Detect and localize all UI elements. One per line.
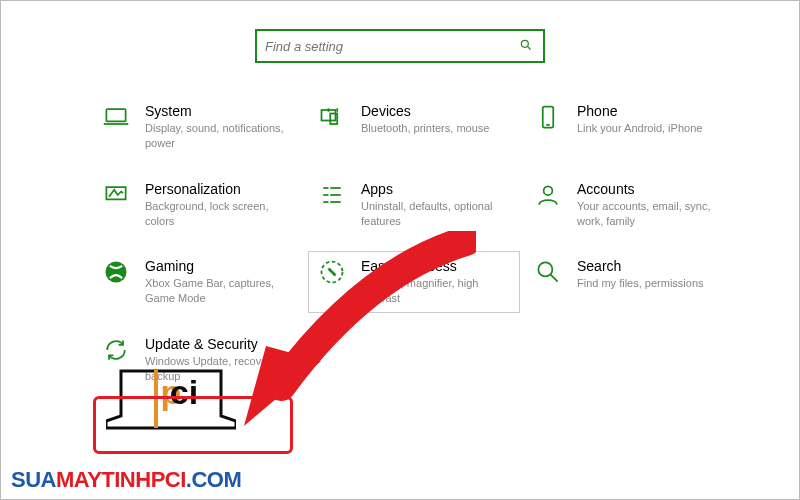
svg-line-1 (528, 46, 531, 49)
tile-ease-of-access[interactable]: Ease of AccessNarrator, magnifier, high … (308, 251, 520, 313)
paintbrush-icon (101, 181, 131, 211)
svg-rect-2 (106, 109, 125, 121)
tile-title: Accounts (577, 181, 727, 197)
tile-sub: Narrator, magnifier, high contrast (361, 276, 511, 306)
tile-sub: Windows Update, recovery, backup (145, 354, 295, 384)
tile-sub: Background, lock screen, colors (145, 199, 295, 229)
search-input[interactable] (265, 39, 519, 54)
tile-sub: Uninstall, defaults, optional features (361, 199, 511, 229)
apps-icon (317, 181, 347, 211)
tile-search[interactable]: SearchFind my files, permissions (533, 258, 729, 306)
tile-title: Gaming (145, 258, 295, 274)
settings-grid: SystemDisplay, sound, notifications, pow… (1, 83, 799, 384)
ease-of-access-icon (317, 258, 347, 288)
tile-title: Apps (361, 181, 511, 197)
tile-gaming[interactable]: GamingXbox Game Bar, captures, Game Mode (101, 258, 297, 306)
tile-title: Devices (361, 103, 489, 119)
tile-personalization[interactable]: PersonalizationBackground, lock screen, … (101, 181, 297, 229)
annotation-highlight-box (93, 396, 293, 454)
tile-title: System (145, 103, 295, 119)
tile-title: Search (577, 258, 704, 274)
tile-sub: Xbox Game Bar, captures, Game Mode (145, 276, 295, 306)
tile-devices[interactable]: DevicesBluetooth, printers, mouse (317, 103, 513, 151)
search-container (1, 1, 799, 83)
tile-title: Personalization (145, 181, 295, 197)
tile-phone[interactable]: PhoneLink your Android, iPhone (533, 103, 729, 151)
tile-sub: Find my files, permissions (577, 276, 704, 291)
svg-point-17 (544, 186, 553, 195)
tile-apps[interactable]: AppsUninstall, defaults, optional featur… (317, 181, 513, 229)
tile-sub: Bluetooth, printers, mouse (361, 121, 489, 136)
xbox-icon (101, 258, 131, 288)
tile-system[interactable]: SystemDisplay, sound, notifications, pow… (101, 103, 297, 151)
tile-title: Ease of Access (361, 258, 511, 274)
search-box[interactable] (255, 29, 545, 63)
person-icon (533, 181, 563, 211)
tile-sub: Display, sound, notifications, power (145, 121, 295, 151)
svg-line-21 (551, 275, 558, 282)
magnifier-icon (533, 258, 563, 288)
sync-icon (101, 336, 131, 366)
tile-title: Phone (577, 103, 702, 119)
laptop-icon (101, 103, 131, 133)
svg-point-20 (538, 263, 552, 277)
svg-point-18 (106, 262, 127, 283)
tile-sub: Link your Android, iPhone (577, 121, 702, 136)
watermark-text: SUAMAYTINHPCI.COM (11, 467, 241, 493)
svg-point-0 (521, 40, 528, 47)
phone-icon (533, 103, 563, 133)
tile-accounts[interactable]: AccountsYour accounts, email, sync, work… (533, 181, 729, 229)
search-icon (519, 38, 533, 55)
tile-update-security[interactable]: Update & SecurityWindows Update, recover… (101, 336, 297, 384)
tile-sub: Your accounts, email, sync, work, family (577, 199, 727, 229)
devices-icon (317, 103, 347, 133)
tile-title: Update & Security (145, 336, 295, 352)
